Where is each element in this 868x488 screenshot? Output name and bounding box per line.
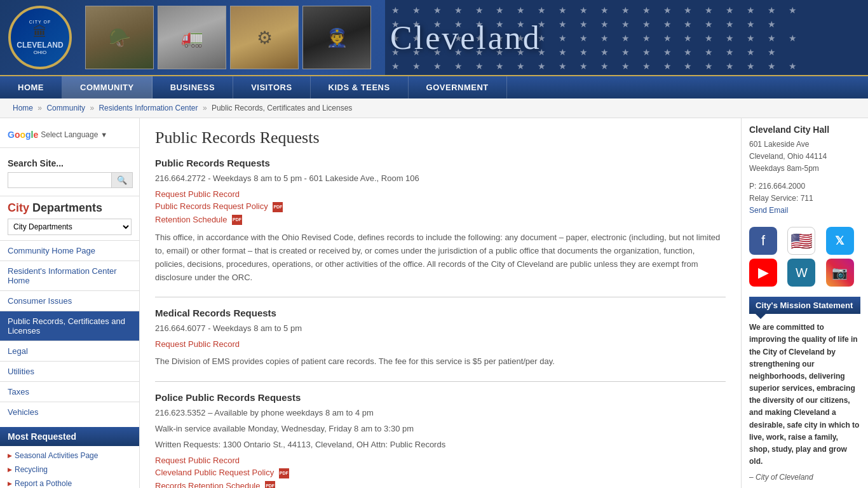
- twitter-button[interactable]: 𝕏: [826, 227, 854, 255]
- pdf-icon-2: PDF: [232, 215, 242, 225]
- public-records-phone: 216.664.2772 - Weekdays 8 am to 5 pm - 6…: [155, 173, 726, 183]
- photo-soldier: 🪖: [85, 6, 154, 69]
- photo-truck: 🚛: [158, 6, 226, 69]
- divider-2: [155, 381, 726, 382]
- medical-records-body: The Division of EMS provides copies of p…: [155, 355, 726, 369]
- dept-word: Departments: [32, 201, 102, 214]
- pdf-icon: PDF: [273, 202, 283, 212]
- sidebar: Google Select Language ▼ Search Site... …: [0, 118, 140, 488]
- police-records-phone: 216.623.5352 – Available by phone weekda…: [155, 408, 726, 417]
- sidebar-item-community-home[interactable]: Community Home Page: [0, 240, 139, 261]
- sidebar-item-consumer-issues[interactable]: Consumer Issues: [0, 290, 139, 311]
- nav-community[interactable]: COMMUNITY: [62, 76, 153, 98]
- american-flag-button[interactable]: 🇺🇸: [787, 227, 815, 255]
- city-hall-info: Cleveland City Hall 601 Lakeside Ave Cle…: [749, 125, 860, 217]
- link-cleveland-public-policy[interactable]: Cleveland Public Request Policy PDF: [155, 468, 726, 478]
- city-word: City: [8, 201, 29, 214]
- city-hall-address: 601 Lakeside Ave: [749, 140, 810, 149]
- site-header: CITY OF 🏛 CLEVELAND OHIO 🪖 🚛 ⚙ 👮 Clevela…: [0, 0, 868, 75]
- sidebar-item-vehicles[interactable]: Vehicles: [0, 402, 139, 422]
- link-request-police-record[interactable]: Request Public Record: [155, 456, 726, 465]
- breadcrumb-residents-info[interactable]: Residents Information Center: [98, 104, 198, 112]
- photo-officer: 👮: [302, 6, 371, 69]
- sidebar-nav-list: Community Home Page Resident's Informati…: [0, 240, 139, 422]
- link-request-public-record[interactable]: Request Public Record: [155, 189, 726, 199]
- breadcrumb-current: Public Records, Certificates and License…: [212, 104, 352, 112]
- main-navigation: HOME COMMUNITY BUSINESS VISITORS KIDS & …: [0, 75, 868, 98]
- most-req-recycling[interactable]: Recycling: [0, 463, 139, 477]
- sidebar-link-consumer-issues[interactable]: Consumer Issues: [0, 291, 139, 311]
- medical-records-links: Request Public Record: [155, 339, 726, 349]
- public-records-body: This office, in accordance with the Ohio…: [155, 231, 726, 284]
- right-sidebar: Cleveland City Hall 601 Lakeside Ave Cle…: [741, 118, 868, 488]
- sidebar-link-vehicles[interactable]: Vehicles: [0, 402, 139, 422]
- most-req-recycling-link[interactable]: Recycling: [8, 465, 132, 474]
- translate-label: Select Language: [41, 130, 98, 139]
- city-departments-dropdown[interactable]: City Departments: [8, 219, 132, 235]
- most-req-pothole[interactable]: Report a Pothole: [0, 477, 139, 488]
- city-logo: CITY OF 🏛 CLEVELAND OHIO: [5, 3, 75, 72]
- most-requested-list: Seasonal Activities Page Recycling Repor…: [0, 446, 139, 488]
- pdf-icon-3: PDF: [279, 468, 289, 478]
- main-content: Public Records Requests Public Records R…: [140, 118, 741, 488]
- public-records-section: Public Records Requests 216.664.2772 - W…: [155, 158, 726, 284]
- sidebar-link-legal[interactable]: Legal: [0, 341, 139, 361]
- link-public-records-policy[interactable]: Public Records Request Policy PDF: [155, 201, 726, 212]
- sidebar-link-taxes[interactable]: Taxes: [0, 382, 139, 402]
- nav-business[interactable]: BUSINESS: [153, 76, 233, 98]
- sidebar-link-utilities[interactable]: Utilities: [0, 362, 139, 381]
- wordpress-button[interactable]: W: [787, 259, 815, 287]
- sidebar-item-taxes[interactable]: Taxes: [0, 381, 139, 402]
- mission-text: We are committed to improving the qualit…: [749, 322, 860, 468]
- most-req-seasonal-link[interactable]: Seasonal Activities Page: [8, 451, 132, 460]
- public-records-heading: Public Records Requests: [155, 158, 726, 168]
- search-row: 🔍: [8, 172, 132, 188]
- nav-government[interactable]: GOVERNMENT: [409, 76, 507, 98]
- breadcrumb-community[interactable]: Community: [46, 104, 85, 112]
- mission-credit: – City of Cleveland: [749, 473, 860, 482]
- search-button[interactable]: 🔍: [111, 172, 133, 188]
- link-records-retention[interactable]: Records Retention Schedule PDF: [155, 481, 726, 488]
- sidebar-link-community-home[interactable]: Community Home Page: [0, 241, 139, 261]
- header-photos: 🪖 🚛 ⚙ 👮: [85, 6, 371, 69]
- sidebar-link-residents-info[interactable]: Resident's Information Center Home: [0, 261, 139, 290]
- sidebar-item-residents-info[interactable]: Resident's Information Center Home: [0, 261, 139, 290]
- city-hall-name: Cleveland City Hall: [749, 125, 860, 135]
- link-request-medical-record[interactable]: Request Public Record: [155, 339, 726, 349]
- public-records-links: Request Public Record Public Records Req…: [155, 189, 726, 225]
- mission-banner: City's Mission Statement: [749, 297, 860, 314]
- facebook-button[interactable]: f: [749, 227, 777, 255]
- nav-visitors[interactable]: VISITORS: [233, 76, 310, 98]
- photo-seal: ⚙: [230, 6, 299, 69]
- sidebar-link-public-records[interactable]: Public Records, Certificates and License…: [0, 311, 139, 341]
- header-title: Cleveland: [390, 19, 541, 57]
- search-label: Search Site...: [8, 158, 132, 168]
- page-title: Public Records Requests: [155, 128, 726, 147]
- link-retention-schedule[interactable]: Retention Schedule PDF: [155, 215, 726, 226]
- sidebar-item-legal[interactable]: Legal: [0, 341, 139, 361]
- police-records-links: Request Public Record Cleveland Public R…: [155, 456, 726, 488]
- most-req-pothole-link[interactable]: Report a Pothole: [8, 479, 132, 488]
- most-requested-heading: Most Requested: [0, 427, 139, 446]
- instagram-button[interactable]: 📷: [826, 259, 854, 287]
- content-wrapper: Google Select Language ▼ Search Site... …: [0, 118, 868, 488]
- police-records-section: Police Public Records Requests 216.623.5…: [155, 392, 726, 488]
- phone-number: P: 216.664.2000: [749, 182, 805, 191]
- breadcrumb-home[interactable]: Home: [13, 104, 33, 112]
- medical-records-heading: Medical Records Requests: [155, 308, 726, 318]
- youtube-button[interactable]: ▶: [749, 259, 777, 287]
- social-icons: f 🇺🇸 𝕏 ▶ W 📷: [749, 227, 860, 287]
- sidebar-item-utilities[interactable]: Utilities: [0, 361, 139, 381]
- divider-1: [155, 297, 726, 297]
- medical-records-section: Medical Records Requests 216.664.6077 - …: [155, 308, 726, 369]
- google-translate-widget[interactable]: Google Select Language ▼: [0, 125, 139, 148]
- search-input[interactable]: [8, 172, 111, 188]
- most-req-seasonal[interactable]: Seasonal Activities Page: [0, 449, 139, 463]
- police-records-heading: Police Public Records Requests: [155, 392, 726, 403]
- send-email-link[interactable]: Send Email: [749, 206, 788, 215]
- google-logo: Google: [8, 130, 38, 140]
- nav-home[interactable]: HOME: [0, 76, 62, 98]
- relay-service: Relay Service: 711: [749, 194, 813, 203]
- nav-kids-teens[interactable]: KIDS & TEENS: [311, 76, 409, 98]
- sidebar-item-public-records[interactable]: Public Records, Certificates and License…: [0, 311, 139, 341]
